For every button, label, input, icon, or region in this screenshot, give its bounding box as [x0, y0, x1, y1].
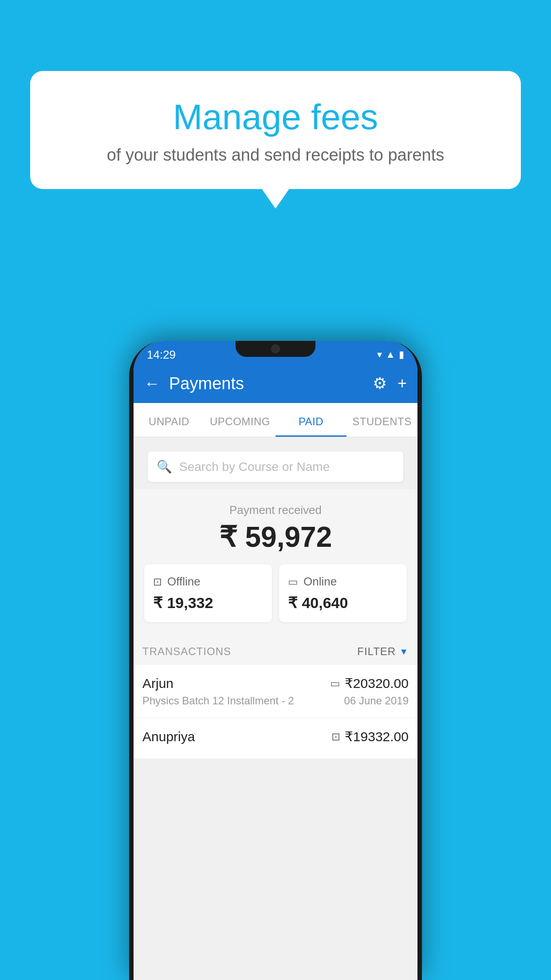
transaction-amount-container: ⊡ ₹19332.00: [331, 729, 409, 744]
transaction-item[interactable]: Anupriya ⊡ ₹19332.00: [134, 718, 417, 759]
app-bar-icons: ⚙ +: [373, 374, 407, 393]
offline-card-header: ⊡ Offline: [153, 575, 263, 589]
transaction-item[interactable]: Arjun ▭ ₹20320.00 Physics Batch 12 Insta…: [134, 665, 417, 718]
status-icons: ▾ ▲ ▮: [377, 349, 404, 360]
back-button[interactable]: ←: [144, 374, 160, 393]
transaction-name: Arjun: [142, 676, 173, 691]
app-bar: ← Payments ⚙ +: [134, 364, 417, 403]
status-time: 14:29: [147, 348, 176, 362]
filter-label: FILTER: [357, 645, 396, 658]
offline-label: Offline: [167, 575, 201, 589]
payment-received-label: Payment received: [142, 503, 409, 517]
transaction-list: Arjun ▭ ₹20320.00 Physics Batch 12 Insta…: [134, 665, 417, 759]
settings-icon[interactable]: ⚙: [373, 374, 387, 393]
tab-unpaid[interactable]: UNPAID: [134, 403, 205, 437]
online-label: Online: [303, 575, 337, 589]
add-button[interactable]: +: [398, 374, 407, 393]
phone-frame: 14:29 ▾ ▲ ▮ ← Payments ⚙ + UNPAID UPCOMI…: [129, 341, 422, 980]
online-icon: ▭: [288, 576, 298, 588]
online-amount: ₹ 40,640: [288, 594, 398, 612]
transaction-amount: ₹20320.00: [345, 676, 409, 691]
transaction-main-row: Anupriya ⊡ ₹19332.00: [142, 729, 409, 744]
offline-amount: ₹ 19,332: [153, 594, 263, 612]
offline-payment-icon: ⊡: [331, 731, 340, 743]
wifi-icon: ▾: [377, 349, 382, 360]
tab-upcoming[interactable]: UPCOMING: [205, 403, 276, 437]
app-title: Payments: [169, 374, 364, 393]
signal-icon: ▲: [386, 349, 395, 360]
card-payment-icon: ▭: [330, 677, 340, 690]
tabs-bar: UNPAID UPCOMING PAID STUDENTS: [134, 403, 417, 437]
payment-summary: Payment received ₹ 59,972 ⊡ Offline ₹ 19…: [134, 489, 417, 633]
filter-icon: ▼: [399, 647, 409, 657]
transactions-label: TRANSACTIONS: [142, 645, 231, 658]
battery-icon: ▮: [399, 349, 404, 360]
payment-total-amount: ₹ 59,972: [142, 521, 409, 553]
tab-paid[interactable]: PAID: [276, 403, 346, 437]
phone-screen: 14:29 ▾ ▲ ▮ ← Payments ⚙ + UNPAID UPCOMI…: [134, 341, 417, 980]
search-placeholder: Search by Course or Name: [179, 460, 330, 474]
transactions-header: TRANSACTIONS FILTER ▼: [134, 633, 417, 665]
transaction-main-row: Arjun ▭ ₹20320.00: [142, 676, 409, 691]
phone-notch: [236, 341, 315, 357]
filter-button[interactable]: FILTER ▼: [357, 645, 409, 658]
search-icon: 🔍: [157, 459, 172, 474]
tab-students[interactable]: STUDENTS: [346, 403, 417, 437]
front-camera: [271, 344, 280, 353]
speech-bubble-section: Manage fees of your students and send re…: [30, 71, 521, 189]
offline-card: ⊡ Offline ₹ 19,332: [144, 564, 272, 622]
transaction-name: Anupriya: [142, 729, 195, 744]
transaction-amount-container: ▭ ₹20320.00: [330, 676, 409, 691]
speech-bubble: Manage fees of your students and send re…: [30, 71, 521, 189]
bubble-title: Manage fees: [57, 98, 494, 137]
transaction-amount: ₹19332.00: [345, 729, 409, 744]
online-card: ▭ Online ₹ 40,640: [279, 564, 407, 622]
offline-icon: ⊡: [153, 576, 162, 588]
transaction-date: 06 June 2019: [344, 695, 409, 707]
transaction-course: Physics Batch 12 Installment - 2: [142, 695, 294, 707]
online-card-header: ▭ Online: [288, 575, 398, 589]
transaction-details-row: Physics Batch 12 Installment - 2 06 June…: [142, 695, 409, 707]
search-bar[interactable]: 🔍 Search by Course or Name: [148, 451, 403, 482]
bubble-subtitle: of your students and send receipts to pa…: [57, 146, 494, 165]
payment-cards: ⊡ Offline ₹ 19,332 ▭ Online ₹ 40,640: [142, 564, 409, 622]
